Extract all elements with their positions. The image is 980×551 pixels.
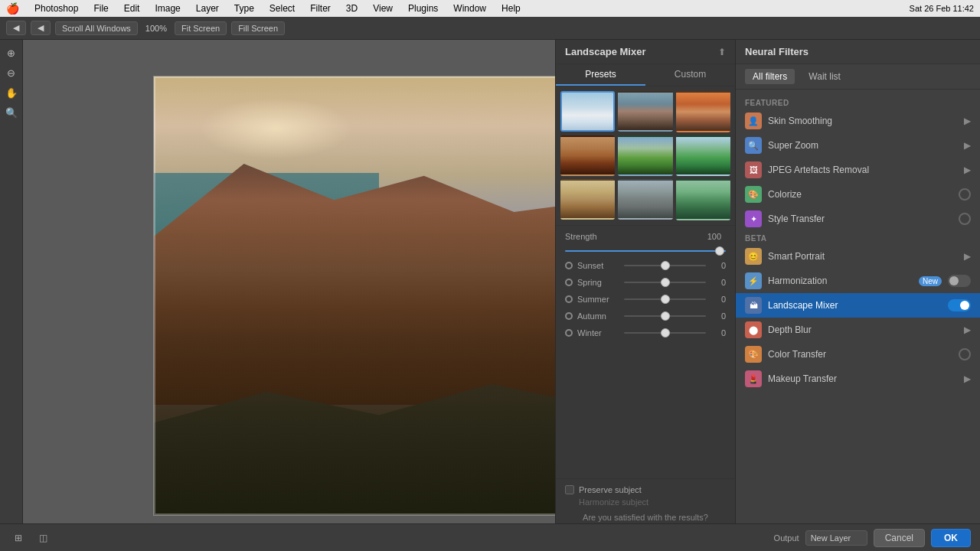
landscape-mixer-toggle[interactable] <box>948 299 971 311</box>
autumn-track[interactable] <box>624 315 706 317</box>
tab-wait-list[interactable]: Wait list <box>801 69 848 84</box>
colorize-icon: 🎨 <box>745 186 762 203</box>
winter-track[interactable] <box>624 332 706 334</box>
zoom-in-tool[interactable]: ⊕ <box>3 44 20 61</box>
sunset-track[interactable] <box>624 265 706 266</box>
menu-edit[interactable]: Edit <box>121 3 143 14</box>
sunset-label: Sunset <box>577 261 619 270</box>
filter-super-zoom[interactable]: 🔍 Super Zoom ▶ <box>736 133 980 158</box>
strength-track[interactable] <box>565 250 726 252</box>
tab-presets[interactable]: Presets <box>556 64 645 86</box>
color-transfer-name: Color Transfer <box>768 349 952 360</box>
color-transfer-toggle[interactable] <box>959 348 971 360</box>
menu-plugins[interactable]: Plugins <box>405 3 441 14</box>
filter-colorize[interactable]: 🎨 Colorize <box>736 182 980 207</box>
filter-color-transfer[interactable]: 🎨 Color Transfer <box>736 342 980 367</box>
tab-custom[interactable]: Custom <box>645 64 735 86</box>
history-icon[interactable]: ◫ <box>34 529 52 547</box>
output-select[interactable]: New Layer <box>805 530 867 546</box>
menu-window[interactable]: Window <box>450 3 489 14</box>
filter-makeup-transfer[interactable]: 💄 Makeup Transfer ▶ <box>736 367 980 391</box>
menu-select[interactable]: Select <box>266 3 298 14</box>
zoom-out-tool[interactable]: ⊖ <box>3 64 20 81</box>
sliders-area: Strength 100 Sunset 0 Spring 0 S <box>556 226 735 479</box>
preset-thumb-7[interactable] <box>560 179 615 220</box>
winter-indicator[interactable] <box>565 329 573 337</box>
sunset-indicator[interactable] <box>565 262 573 269</box>
cancel-button[interactable]: Cancel <box>874 529 925 547</box>
layers-icon[interactable]: ⊞ <box>9 529 28 547</box>
filter-landscape-mixer[interactable]: 🏔 Landscape Mixer <box>736 293 980 318</box>
preserve-subject-checkbox[interactable] <box>565 485 574 494</box>
filter-style-transfer[interactable]: ✦ Style Transfer <box>736 207 980 231</box>
menu-layer[interactable]: Layer <box>193 3 222 14</box>
hand-tool[interactable]: ✋ <box>3 84 20 101</box>
preset-thumb-6[interactable] <box>676 135 730 177</box>
spring-track[interactable] <box>624 282 706 283</box>
strength-label: Strength <box>565 232 707 241</box>
depth-blur-name: Depth Blur <box>768 324 958 335</box>
autumn-indicator[interactable] <box>565 312 573 320</box>
strength-thumb[interactable] <box>715 246 724 256</box>
preset-thumb-3[interactable] <box>676 91 730 132</box>
colorize-toggle[interactable] <box>959 188 971 201</box>
settings-header: Landscape Mixer ⬆ <box>556 40 735 64</box>
summer-indicator[interactable] <box>565 295 573 303</box>
bottom-bar: ⊞ ◫ Output New Layer Cancel OK <box>0 523 980 551</box>
autumn-thumb[interactable] <box>661 311 670 321</box>
sunset-value: 0 <box>710 261 726 270</box>
settings-title: Landscape Mixer <box>565 46 646 57</box>
filter-depth-blur[interactable]: ⬤ Depth Blur ▶ <box>736 318 980 342</box>
filter-harmonization[interactable]: ⚡ Harmonization New <box>736 269 980 293</box>
apple-menu[interactable]: 🍎 <box>6 2 19 15</box>
forward-button[interactable]: ◀ <box>31 21 51 35</box>
sunset-thumb[interactable] <box>661 261 670 270</box>
filter-smart-portrait[interactable]: 😊 Smart Portrait ▶ <box>736 244 980 269</box>
summer-track[interactable] <box>624 298 706 300</box>
landscape-mixer-icon: 🏔 <box>745 297 762 314</box>
ok-button[interactable]: OK <box>931 529 971 547</box>
fit-screen-button[interactable]: Fit Screen <box>175 21 227 35</box>
preset-thumb-2[interactable] <box>618 91 672 132</box>
menu-type[interactable]: Type <box>231 3 257 14</box>
menu-view[interactable]: View <box>370 3 396 14</box>
summer-thumb[interactable] <box>661 295 670 304</box>
menu-help[interactable]: Help <box>498 3 524 14</box>
preset-thumb-8[interactable] <box>618 179 672 220</box>
back-button[interactable]: ◀ <box>6 21 26 35</box>
cloud-element <box>199 98 352 159</box>
harmonization-badge: New <box>919 276 942 286</box>
menu-photoshop[interactable]: Photoshop <box>31 3 81 14</box>
harmonization-toggle[interactable] <box>948 275 971 287</box>
preset-thumb-9[interactable] <box>676 179 730 220</box>
preset-thumb-4[interactable] <box>560 135 615 176</box>
presets-tabs: Presets Custom <box>556 64 735 86</box>
menu-3d[interactable]: 3D <box>343 3 361 14</box>
preset-thumb-5[interactable] <box>618 135 672 176</box>
winter-thumb[interactable] <box>661 328 670 337</box>
settings-minimize-icon[interactable]: ⬆ <box>718 47 726 57</box>
neural-panel-header: Neural Filters <box>736 40 980 64</box>
style-transfer-icon: ✦ <box>745 210 762 227</box>
zoom-tool[interactable]: 🔍 <box>3 104 20 121</box>
winter-value: 0 <box>710 328 726 337</box>
menu-image[interactable]: Image <box>152 3 183 14</box>
fill-screen-button[interactable]: Fill Screen <box>231 21 285 35</box>
filter-jpeg-removal[interactable]: 🖼 JPEG Artefacts Removal ▶ <box>736 158 980 182</box>
preset-thumb-1[interactable] <box>560 91 615 132</box>
preserve-subject-label: Preserve subject <box>579 485 642 494</box>
spring-indicator[interactable] <box>565 279 573 286</box>
menu-file[interactable]: File <box>90 3 111 14</box>
harmonization-name: Harmonization <box>768 276 913 286</box>
style-transfer-toggle[interactable] <box>959 213 971 225</box>
zoom-level: 100% <box>142 24 170 33</box>
color-transfer-icon: 🎨 <box>745 346 762 363</box>
scroll-all-windows[interactable]: Scroll All Windows <box>55 21 138 35</box>
tab-all-filters[interactable]: All filters <box>745 69 795 84</box>
spring-thumb[interactable] <box>661 278 670 287</box>
summer-label: Summer <box>577 295 619 304</box>
neural-panel: Neural Filters All filters Wait list FEA… <box>735 40 980 551</box>
winter-row: Winter 0 <box>565 328 726 337</box>
menu-filter[interactable]: Filter <box>307 3 334 14</box>
filter-skin-smoothing[interactable]: 👤 Skin Smoothing ▶ <box>736 109 980 133</box>
